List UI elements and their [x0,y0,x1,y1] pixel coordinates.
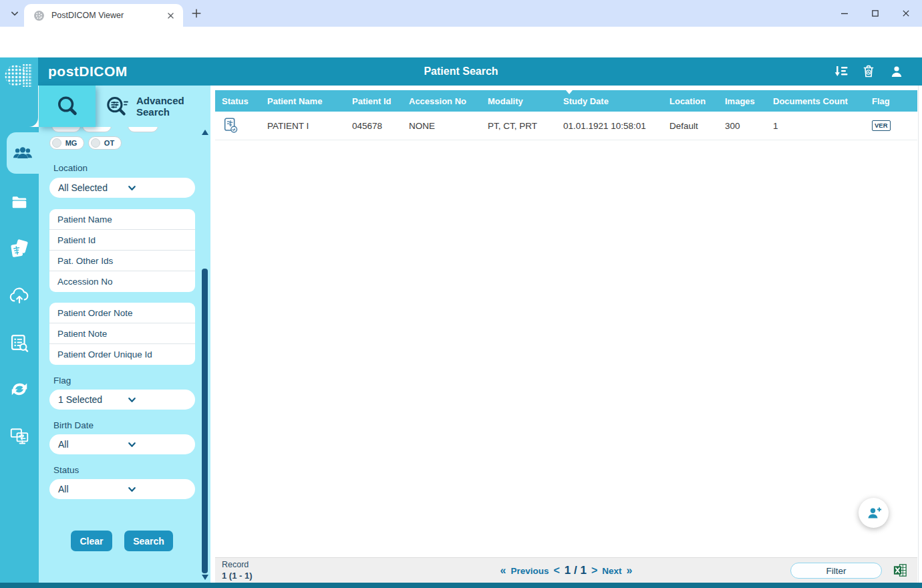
patient-name-input[interactable]: Patient Name [49,209,195,230]
birth-date-value: All [58,439,118,450]
recycle-bin-icon[interactable] [861,63,877,80]
sort-list-icon[interactable] [833,63,849,80]
table-footer: Record 1 (1 - 1) « Previous < 1 / 1 > Ne… [215,557,917,583]
tab-close-icon[interactable] [165,10,176,21]
account-icon[interactable] [889,63,905,80]
location-label: Location [53,163,88,173]
cloud-upload-icon [8,287,31,305]
patient-order-unique-id-input[interactable]: Patient Order Unique Id [49,344,195,365]
toggle-label: MG [61,139,84,147]
column-location[interactable]: Location [663,90,718,112]
sidebar-item-sharing[interactable] [0,378,39,401]
location-select[interactable]: All Selected [49,178,195,198]
scroll-up-icon[interactable] [202,130,208,135]
clear-button[interactable]: Clear [71,531,112,551]
page-indicator: 1 / 1 [565,564,587,577]
modality-toggle-clipped[interactable] [82,127,112,132]
next-button[interactable]: Next [602,566,621,576]
birth-date-select[interactable]: All [49,434,195,454]
scrollbar-thumb[interactable] [202,269,208,573]
browser-tab[interactable]: PostDICOM Viewer [24,4,183,27]
modality-toggle-ot[interactable]: OT [88,136,122,150]
page-title: Patient Search [424,57,498,86]
tab-simple-search[interactable] [39,86,96,127]
sidebar-item-remote-devices[interactable] [0,425,39,448]
cell-images: 300 [718,112,766,140]
modality-toggle-clipped[interactable] [51,127,81,132]
previous-page-arrow[interactable]: < [553,565,559,577]
search-panel: Advanced Search MG OT Location All Selec… [39,86,210,583]
column-flag[interactable]: Flag [865,90,917,112]
add-patient-icon [865,504,883,522]
modality-toggle-clipped[interactable] [128,127,158,132]
tab-advanced-search[interactable]: Advanced Search [96,86,210,127]
sidebar-item-patient-orders[interactable] [0,238,39,261]
sidebar-item-folders[interactable] [0,191,39,214]
screen: PostDICOM Viewer germany.postdicom.com/V… [0,0,922,588]
field-group-2: Patient Order Note Patient Note Patient … [49,303,195,365]
panel-scrollbar[interactable] [201,128,208,581]
window-minimize-icon[interactable] [835,5,854,21]
location-value: All Selected [58,182,118,193]
patient-order-note-input[interactable]: Patient Order Note [49,303,195,323]
search-button[interactable]: Search [124,531,173,551]
brand-wordmark: postDICOM [48,57,128,86]
results-area: Status Patient Name Patient Id Accession… [210,86,922,583]
record-value: 1 (1 - 1) [222,571,253,581]
remote-monitor-icon [9,427,30,446]
table-header: Status Patient Name Patient Id Accession… [215,90,917,112]
accession-no-input[interactable]: Accession No [49,271,195,292]
window-close-icon[interactable] [897,5,915,21]
sidebar-item-cloud-upload[interactable] [0,285,39,307]
scroll-down-icon[interactable] [202,575,208,580]
column-patient-id[interactable]: Patient Id [345,90,402,112]
flag-select[interactable]: 1 Selected [49,390,195,410]
cell-study-date: 01.01.1921 10:58:01 [557,112,663,140]
sidebar-item-order-list-search[interactable] [0,331,39,354]
table-row[interactable]: PATIENT I 045678 NONE PT, CT, PRT 01.01.… [215,112,917,140]
bottom-edge [0,583,922,588]
column-modality[interactable]: Modality [481,90,557,112]
patient-id-input[interactable]: Patient Id [49,230,195,251]
cell-patient-name: PATIENT I [261,112,345,140]
patient-note-input[interactable]: Patient Note [49,323,195,344]
next-page-arrow[interactable]: > [591,565,597,577]
advanced-search-label: Advanced Search [136,95,206,118]
column-images[interactable]: Images [718,90,766,112]
chevron-down-icon [127,395,187,405]
tab-title: PostDICOM Viewer [51,11,165,20]
birth-date-label: Birth Date [53,420,94,430]
add-patient-button[interactable] [859,498,889,528]
filter-button[interactable]: Filter [790,563,882,579]
cell-documents-count: 1 [766,112,865,140]
pagination: « Previous < 1 / 1 > Next » [500,558,633,583]
cell-patient-id: 045678 [345,112,402,140]
previous-button[interactable]: Previous [510,566,549,576]
folder-icon [9,194,29,211]
tab-search-button[interactable] [7,5,23,21]
app-header: postDICOM Patient Search [0,57,922,86]
column-study-date[interactable]: Study Date [557,90,663,112]
chevron-down-icon [127,484,187,494]
dotted-brain-logo-icon [4,57,35,96]
sync-arrows-icon [9,380,29,400]
excel-export-icon[interactable] [893,563,908,578]
column-documents-count[interactable]: Documents Count [766,90,865,112]
patient-other-ids-input[interactable]: Pat. Other Ids [49,251,195,271]
flag-badge[interactable]: VER [872,120,891,131]
search-icon [55,94,80,118]
cell-modality: PT, CT, PRT [481,112,557,140]
flag-label: Flag [53,376,71,386]
column-patient-name[interactable]: Patient Name [261,90,345,112]
status-select[interactable]: All [49,479,195,499]
modality-toggle-mg[interactable]: MG [49,136,84,150]
window-maximize-icon[interactable] [866,5,885,21]
column-accession-no[interactable]: Accession No [402,90,481,112]
toggle-knob [91,138,100,148]
sidebar-item-patient-search[interactable] [7,132,39,174]
last-page-button[interactable]: » [627,565,633,577]
new-tab-icon[interactable] [190,7,203,20]
toggle-knob [52,138,61,148]
first-page-button[interactable]: « [500,565,506,577]
column-status[interactable]: Status [215,90,261,112]
